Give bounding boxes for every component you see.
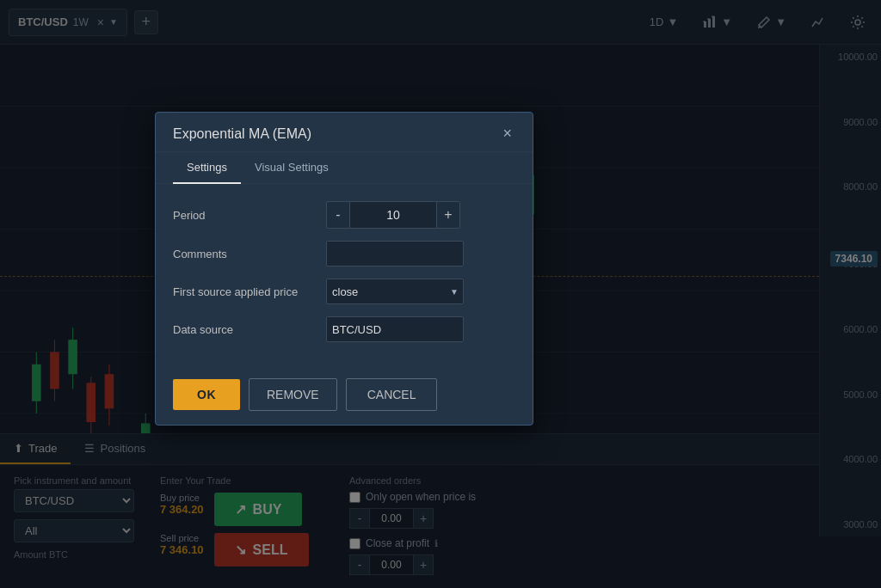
data-source-row: Data source xyxy=(173,316,515,342)
data-source-input[interactable] xyxy=(326,316,464,342)
modal-header: Exponential MA (EMA) × xyxy=(156,113,533,152)
first-source-select-wrapper: close open high low hl2 hlc3 ohlc4 xyxy=(326,279,464,304)
modal-footer: OK REMOVE CANCEL xyxy=(156,368,533,425)
period-label: Period xyxy=(173,209,319,222)
period-control: - + xyxy=(326,201,515,229)
first-source-label: First source applied price xyxy=(173,285,319,298)
cancel-button[interactable]: CANCEL xyxy=(346,378,438,411)
visual-settings-tab-label: Visual Settings xyxy=(255,161,329,174)
comments-input[interactable] xyxy=(326,241,464,266)
period-input[interactable] xyxy=(350,201,436,229)
period-minus-button[interactable]: - xyxy=(326,201,350,229)
settings-tab-label: Settings xyxy=(187,161,227,174)
first-source-row: First source applied price close open hi… xyxy=(173,279,515,304)
period-plus-button[interactable]: + xyxy=(436,201,460,229)
remove-button[interactable]: REMOVE xyxy=(249,378,337,411)
tab-visual-settings[interactable]: Visual Settings xyxy=(241,152,342,184)
modal-tabs: Settings Visual Settings xyxy=(156,152,533,184)
comments-label: Comments xyxy=(173,248,319,260)
ok-button[interactable]: OK xyxy=(173,379,240,410)
ema-settings-modal: Exponential MA (EMA) × Settings Visual S… xyxy=(155,112,533,426)
period-row: Period - + xyxy=(173,201,515,229)
modal-body: Period - + Comments First source applied… xyxy=(156,184,533,368)
modal-close-button[interactable]: × xyxy=(499,125,515,143)
comments-row: Comments xyxy=(173,241,515,266)
tab-settings[interactable]: Settings xyxy=(173,152,241,184)
first-source-select[interactable]: close open high low hl2 hlc3 ohlc4 xyxy=(326,279,464,304)
modal-title: Exponential MA (EMA) xyxy=(173,126,311,142)
data-source-label: Data source xyxy=(173,323,319,336)
